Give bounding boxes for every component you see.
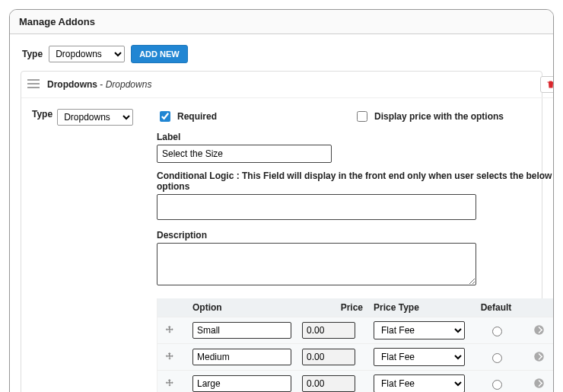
inner-type-label: Type [32,109,52,120]
move-handle-icon[interactable] [164,351,176,363]
option-name-input[interactable] [192,349,291,365]
option-price-input[interactable] [302,322,355,339]
required-label: Required [177,111,217,122]
default-radio[interactable] [492,380,502,390]
remove-option-button[interactable] [533,378,545,390]
description-heading: Description [157,230,554,241]
col-price-type: Price Type [374,302,465,313]
label-heading: Label [157,132,554,142]
option-name-input[interactable] [192,322,291,339]
option-name-input[interactable] [192,375,291,392]
display-price-checkbox[interactable] [357,111,367,122]
type-select[interactable]: Dropdowns [49,46,125,62]
col-price: Price [302,302,363,313]
cond-logic-heading: Conditional Logic : This Field will disp… [157,171,554,192]
remove-option-button[interactable] [533,351,545,363]
add-new-button[interactable]: ADD NEW [131,45,188,63]
cond-logic-textarea[interactable] [157,194,476,220]
description-textarea[interactable] [157,243,476,285]
move-handle-icon[interactable] [164,378,176,390]
col-option: Option [192,302,291,313]
default-radio[interactable] [492,353,502,363]
type-label: Type [22,49,43,59]
addon-item: Dropdowns - Dropdowns Type Dropdowns [21,71,542,392]
table-row: Flat Fee [157,317,554,343]
remove-icon [533,324,545,336]
manage-addons-panel: Manage Addons Type Dropdowns ADD NEW Dro… [9,9,554,392]
remove-option-button[interactable] [533,324,545,336]
display-price-checkbox-wrap[interactable]: Display price with the options [354,109,504,124]
options-table: Option Price Price Type Default Flat Fee… [157,298,554,392]
table-row: Flat Fee [157,343,554,370]
addon-header: Dropdowns - Dropdowns [21,72,554,98]
move-handle-icon[interactable] [164,324,176,336]
price-type-select[interactable]: Flat Fee [374,348,465,366]
inner-type-select[interactable]: Dropdowns [57,109,133,126]
addon-subtitle: Dropdowns [106,79,152,90]
col-default: Default [476,302,517,313]
display-price-label: Display price with the options [374,111,504,122]
required-checkbox-wrap[interactable]: Required [157,109,217,124]
drag-handle-icon[interactable] [27,79,40,90]
toolbar: Type Dropdowns ADD NEW [21,37,542,71]
option-price-input[interactable] [302,375,355,392]
remove-icon [533,351,545,362]
panel-title: Manage Addons [10,10,553,34]
table-row: Flat Fee [157,370,554,392]
default-radio[interactable] [492,327,502,336]
price-type-select[interactable]: Flat Fee [374,321,465,339]
option-price-input[interactable] [302,349,355,365]
label-input[interactable] [157,145,332,163]
required-checkbox[interactable] [160,111,170,122]
table-head-row: Option Price Price Type Default [157,298,554,317]
price-type-select[interactable]: Flat Fee [374,374,465,392]
addon-title: Dropdowns [47,79,97,90]
trash-icon [546,80,554,89]
delete-addon-button[interactable] [540,76,554,93]
remove-icon [533,378,545,389]
